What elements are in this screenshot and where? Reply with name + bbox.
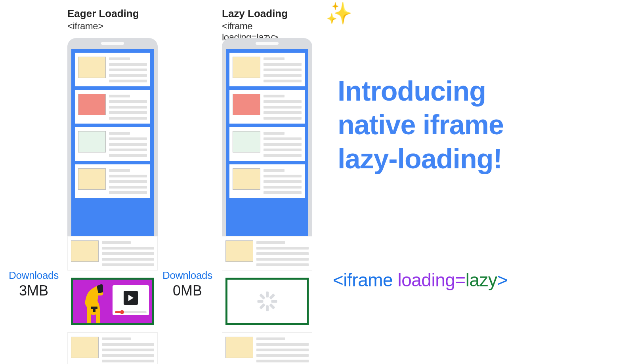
thumbnail-icon (233, 57, 260, 78)
text-lines (264, 94, 302, 120)
eager-title: Eager Loading (67, 8, 155, 20)
thumbnail-icon (78, 131, 106, 152)
thumbnail-icon (71, 337, 99, 358)
content-card (67, 332, 158, 364)
headline: Introducing native iframe lazy-loading! (338, 74, 591, 176)
content-card (222, 332, 312, 364)
text-lines (109, 94, 147, 120)
download-size: 0MB (154, 282, 221, 299)
headline-line: native iframe (338, 108, 591, 142)
svg-rect-1 (91, 307, 97, 309)
eager-download-callout: Downloads 3MB (0, 269, 67, 299)
code-token-attr: loading (397, 270, 455, 290)
thumbnail-icon (233, 131, 260, 152)
download-label: Downloads (154, 269, 221, 282)
iframe-lazy-placeholder (225, 278, 309, 325)
eager-subtitle: <iframe> (67, 21, 155, 32)
thumbnail-icon (225, 337, 253, 358)
spinner-icon (257, 292, 277, 311)
code-token-tag-close: > (497, 270, 508, 290)
code-token-tag-open: <iframe (333, 270, 393, 290)
dog-icon (75, 284, 110, 323)
code-token-eq: = (455, 270, 465, 290)
phone-eager (67, 38, 158, 236)
phone-shell (67, 38, 158, 236)
phone-lazy (222, 38, 312, 236)
content-card (75, 53, 150, 86)
content-card (75, 164, 150, 198)
thumbnail-icon (78, 57, 106, 78)
text-lines (109, 168, 147, 194)
play-button-icon (124, 291, 138, 305)
phone-speaker (101, 42, 124, 45)
offscreen-content-lazy (222, 236, 312, 364)
text-lines (264, 168, 302, 194)
code-sample: <iframe loading=lazy> (333, 269, 508, 291)
download-label: Downloads (0, 269, 67, 282)
lazy-heading-block: Lazy Loading <iframe loading=lazy> (222, 8, 309, 43)
text-lines (256, 337, 309, 362)
content-card (67, 236, 158, 271)
content-card (229, 90, 305, 124)
phone-screen (226, 49, 308, 236)
headline-line: Introducing (338, 74, 591, 108)
thumbnail-icon (71, 240, 99, 262)
lazy-download-callout: Downloads 0MB (154, 269, 221, 299)
content-card (229, 53, 305, 86)
offscreen-content-eager (67, 236, 158, 364)
phone-speaker (256, 42, 279, 45)
text-lines (102, 240, 154, 266)
thumbnail-icon (78, 168, 106, 190)
text-lines (256, 240, 309, 266)
iframe-eager-loaded (71, 278, 154, 325)
thumbnail-icon (233, 94, 260, 115)
thumbnail-icon (78, 94, 106, 115)
text-lines (264, 131, 302, 157)
content-card (222, 236, 312, 271)
code-token-value: lazy (466, 270, 497, 290)
download-size: 3MB (0, 282, 67, 299)
sparkles-icon: ✨ (326, 2, 352, 24)
phone-shell (222, 38, 312, 236)
content-card (75, 90, 150, 124)
headline-line: lazy-loading! (338, 142, 591, 176)
video-player-icon (113, 285, 149, 315)
thumbnail-icon (225, 240, 253, 262)
text-lines (102, 337, 154, 362)
progress-bar-icon (115, 311, 147, 313)
phone-screen (71, 49, 154, 236)
text-lines (109, 131, 147, 157)
content-card (229, 164, 305, 198)
text-lines (109, 57, 147, 82)
content-card (75, 127, 150, 161)
content-card (229, 127, 305, 161)
lazy-title: Lazy Loading (222, 8, 309, 20)
thumbnail-icon (233, 168, 260, 190)
text-lines (264, 57, 302, 82)
eager-heading-block: Eager Loading <iframe> (67, 8, 155, 32)
